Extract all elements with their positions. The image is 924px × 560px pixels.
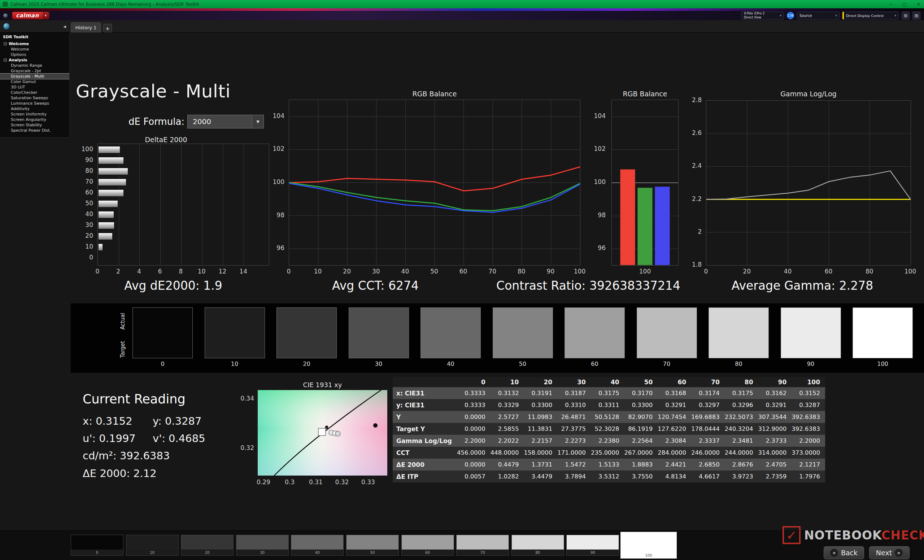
sidebar-item-additivity[interactable]: Additivity — [0, 106, 69, 111]
grayscale-swatch-10 — [205, 307, 265, 358]
reading-cd-m: cd/m²: 392.6383 — [82, 449, 170, 462]
sidebar-item-colorchecker[interactable]: ColorChecker — [0, 90, 69, 95]
tab-history-1[interactable]: History 1 — [71, 22, 101, 33]
table-column-header: 20 — [524, 377, 557, 387]
table-value-cell: 4.8134 — [658, 470, 691, 482]
patch-button-70[interactable]: 70 — [456, 535, 509, 556]
axis-tick-label: 90 — [543, 268, 558, 275]
back-label: Back — [841, 549, 858, 557]
sidebar-collapse-button[interactable]: ◀ — [62, 24, 68, 29]
sidebar-item-3d-lut[interactable]: 3D LUT — [0, 84, 69, 90]
table-value-cell: 232.5073 — [725, 411, 758, 423]
patch-swatch — [512, 535, 564, 550]
table-value-cell: 2.6850 — [691, 459, 725, 470]
table-value-cell: 0.3291 — [758, 399, 792, 411]
table-value-cell: 0.3132 — [490, 387, 524, 399]
patch-swatch — [126, 535, 178, 550]
next-button[interactable]: Next » — [869, 546, 910, 559]
maximize-button[interactable]: ▢ — [903, 2, 907, 7]
axis-tick-label: 98 — [583, 211, 606, 219]
patch-swatch — [236, 535, 288, 550]
de-formula-dropdown[interactable]: 2000 ▼ — [188, 115, 264, 129]
layout-grid-button[interactable]: ⊞ — [912, 12, 920, 19]
meter-selector[interactable]: X-Rite i1Pro 2 Direct View ▾ — [741, 12, 784, 19]
source-label: Source — [800, 14, 812, 18]
axis-tick-label: 0.29 — [255, 478, 273, 486]
grayscale-swatch-90 — [781, 307, 841, 358]
table-row-label: CCT — [393, 447, 457, 459]
display-control-selector[interactable]: Direct Display Control ▾ — [842, 12, 899, 19]
sidebar-item-luminance-sweeps[interactable]: Luminance Sweeps — [0, 101, 69, 106]
patch-button-50[interactable]: 50 — [346, 535, 399, 556]
patch-button-90[interactable]: 90 — [566, 535, 619, 556]
sidebar-item-screen-uniformity[interactable]: Screen Uniformity — [0, 111, 69, 117]
chevron-down-icon: ▾ — [43, 12, 49, 19]
patch-swatch — [291, 535, 343, 550]
minimize-button[interactable]: ─ — [890, 2, 892, 7]
axis-tick-label: 40 — [71, 210, 93, 217]
add-tab-button[interactable]: + — [103, 24, 112, 33]
patch-button-10[interactable]: 10 — [126, 535, 178, 556]
notebookcheck-watermark: ✓ NOTEBOOKCHECK — [783, 526, 924, 544]
table-value-cell: 2.8676 — [725, 459, 758, 470]
sidebar-tree: −WelcomeWelcomeOptions−AnalysisDynamic R… — [0, 41, 69, 133]
sidebar-item-color-gamut[interactable]: Color Gamut — [0, 79, 69, 84]
table-value-cell: 6284.0000 — [658, 447, 691, 459]
close-button[interactable]: ✕ — [917, 2, 920, 7]
gridline — [244, 144, 244, 265]
patch-button-60[interactable]: 60 — [401, 535, 454, 556]
sidebar-item-dynamic-range[interactable]: Dynamic Range — [0, 63, 69, 68]
table-value-cell: 6246.0000 — [691, 447, 725, 459]
sidebar-item-welcome[interactable]: Welcome — [0, 46, 69, 52]
sidebar-item-spectral-power-dist[interactable]: Spectral Power Dist. — [0, 128, 69, 133]
calman-app-window: Calman 2025 Calman Ultimate for Business… — [0, 0, 924, 560]
table-value-cell: 0.0000 — [457, 411, 490, 423]
tree-expander-icon[interactable]: − — [4, 58, 7, 62]
grayscale-swatch-label: 10 — [205, 361, 265, 367]
sidebar-item-grayscale-multi[interactable]: Grayscale - Multi — [0, 73, 69, 79]
sidebar-group-welcome[interactable]: −Welcome — [0, 41, 69, 46]
axis-tick-label: 50 — [427, 268, 441, 275]
axis-tick-label: 102 — [583, 145, 606, 152]
tabbar: ◀ History 1 + — [0, 20, 924, 33]
sidebar-item-screen-stability[interactable]: Screen Stability — [0, 122, 69, 128]
cie-1931-chart — [258, 390, 387, 476]
axis-tick-label: 80 — [71, 167, 93, 174]
sidebar-item-saturation-sweeps[interactable]: Saturation Sweeps — [0, 95, 69, 101]
patch-button-30[interactable]: 30 — [236, 535, 289, 556]
patch-button-80[interactable]: 80 — [512, 535, 564, 556]
home-orb-button[interactable] — [3, 23, 10, 30]
axis-tick-label: 8 — [174, 268, 188, 275]
patch-button-0[interactable]: 0 — [71, 535, 123, 556]
deltae-chart-title: DeltaE 2000 — [101, 136, 231, 144]
table-row-x-cie31: x: CIE310.33330.31320.31910.31870.31750.… — [393, 387, 825, 399]
source-selector[interactable]: Source ▾ — [797, 12, 840, 19]
reading-y: y: 0.3287 — [153, 415, 202, 427]
settings-gear-button[interactable]: ⚙ — [902, 12, 910, 19]
grayscale-swatch-30 — [349, 307, 409, 358]
back-button[interactable]: « Back — [824, 546, 864, 559]
toolbar: calman ▾ X-Rite i1Pro 2 Direct View ▾ 23… — [0, 11, 924, 20]
patch-button-100[interactable]: 100 — [621, 532, 677, 559]
patch-label: 30 — [236, 550, 288, 555]
patch-button-20[interactable]: 20 — [181, 535, 234, 556]
calman-menu-button[interactable]: calman ▾ — [12, 12, 50, 19]
sidebar-group-analysis[interactable]: −Analysis — [0, 57, 69, 63]
sidebar-item-options[interactable]: Options — [0, 52, 69, 57]
meter-mode: Direct View — [744, 15, 765, 19]
toolbar-orb-icon[interactable] — [3, 13, 8, 18]
sidebar-item-screen-angularity[interactable]: Screen Angularity — [0, 117, 69, 122]
sidebar-item-grayscale-2pt[interactable]: Grayscale - 2pt — [0, 68, 69, 73]
axis-tick-label: 2.2 — [679, 195, 702, 202]
gridline — [612, 117, 678, 117]
gamma-line-chart — [706, 100, 911, 265]
patch-button-40[interactable]: 40 — [291, 535, 344, 556]
axis-tick-label: 12 — [215, 268, 230, 275]
meter-count-badge: 238 — [787, 12, 794, 19]
tree-expander-icon[interactable]: − — [4, 42, 7, 45]
table-value-cell: 6171.0000 — [557, 447, 591, 459]
grayscale-swatch-label: 50 — [493, 361, 553, 367]
axis-tick-label: 96 — [583, 244, 606, 252]
table-value-cell: 4.6617 — [691, 470, 725, 482]
table-row-e-itp: ΔE ITP0.00571.02823.44793.78943.53123.75… — [393, 470, 825, 482]
